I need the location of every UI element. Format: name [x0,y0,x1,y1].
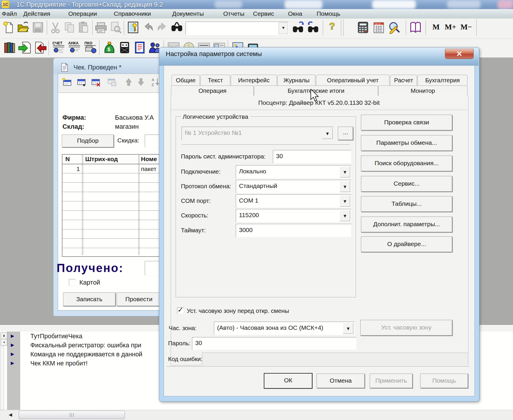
table-row[interactable] [62,220,163,220]
move-down-icon[interactable] [136,77,146,87]
row-copy-icon[interactable] [107,77,117,87]
save-button[interactable]: Записать [63,292,116,306]
table-row[interactable] [62,173,163,173]
combo-dropdown-icon[interactable]: ▼ [340,196,350,207]
pick-button[interactable]: Подбор [62,135,114,147]
save-icon[interactable] [32,21,44,34]
table-row[interactable] [62,238,163,239]
menu-windows[interactable]: Окна [288,10,302,17]
memory-mplus-button[interactable]: М+ [445,23,456,32]
table-row[interactable] [62,201,163,201]
table-row[interactable] [62,210,163,211]
message-line[interactable]: Команда не поддерживается в данной [30,351,142,360]
table-row[interactable] [62,182,163,183]
message-collapse-button[interactable]: ◂ [1,339,7,346]
message-line[interactable]: Фискальный регистратор: ошибка при [30,342,141,351]
about-driver-button[interactable]: О драйвере... [361,236,452,252]
message-vscrollbar[interactable] [0,346,4,410]
menu-file[interactable]: Файл [2,10,17,17]
row-delete-icon[interactable] [91,77,101,87]
speed-combobox[interactable]: 115200 ▼ [236,209,351,222]
menu-documents[interactable]: Документы [172,10,204,17]
document-list-icon[interactable] [133,41,146,54]
cut-icon[interactable] [49,21,62,34]
menu-help[interactable]: Помощь [317,10,340,17]
journals-icon[interactable] [3,41,16,54]
apply-button[interactable]: Применить [370,374,413,388]
cancel-button[interactable]: Отмена [317,374,365,388]
table-row[interactable] [62,248,163,248]
print-icon[interactable] [95,21,107,34]
row-new-icon[interactable] [62,77,72,87]
menu-reports[interactable]: Отчеты [223,10,245,17]
combo-dropdown-icon[interactable]: ▼ [322,128,333,139]
table-row[interactable] [62,192,163,192]
journal-book-icon[interactable] [409,21,422,34]
service-button[interactable]: Сервис... [361,176,452,192]
redo-icon[interactable] [156,21,169,34]
calculator-icon[interactable] [357,21,369,34]
connection-combobox[interactable]: Локально ▼ [236,165,351,179]
tab-operatsiya[interactable]: Операция [171,86,254,96]
device-combobox[interactable]: № 1 Устройство №1 ▼ [182,127,334,140]
timeout-field[interactable]: 3000 [236,224,351,237]
cash-register-icon[interactable] [118,41,131,54]
tab-raschet[interactable]: Расчет [390,75,417,86]
cell-row1-n[interactable]: 1 [76,165,80,172]
tables-button[interactable]: Таблицы... [361,196,452,212]
find-previous-icon[interactable] [307,21,320,34]
help-icon[interactable]: ? [326,20,338,34]
scroll-left-icon[interactable]: ◀ [9,412,12,417]
access-key-icon[interactable] [127,21,139,34]
combo-dropdown-icon[interactable]: ▼ [340,210,350,221]
menu-references[interactable]: Справочники [114,10,151,17]
table-row[interactable] [62,229,163,229]
combo-dropdown-icon[interactable]: ▼ [279,22,288,34]
money-bag-icon[interactable]: $ [103,41,116,54]
menu-operations[interactable]: Операции [68,10,97,17]
incoming-document-icon[interactable] [18,41,32,54]
ok-button[interactable]: ОК [264,373,313,389]
outgoing-document-icon[interactable] [33,41,47,54]
toolbar-search-combobox[interactable]: ▼ [186,22,289,35]
row-add-icon[interactable] [76,77,86,87]
device-more-button[interactable]: ... [338,127,353,140]
paste-icon[interactable] [77,21,90,34]
message-close-button[interactable]: x [1,332,7,339]
tab-tekst[interactable]: Текст [200,75,230,86]
form-icon[interactable]: АНКА [68,41,81,54]
move-up-icon[interactable] [124,77,134,87]
copy-icon[interactable] [63,21,76,34]
dialog-close-button[interactable] [445,49,474,59]
calendar-calculator-icon[interactable]: 31.12 [372,21,385,34]
invoice-icon[interactable]: СЧЕТ [52,41,65,54]
admin-password-field[interactable]: 30 [273,150,351,163]
tab-monitor[interactable]: Монитор [378,86,467,96]
table-lookup-icon[interactable] [388,21,401,34]
memory-m-button[interactable]: М [432,23,440,32]
card-checkbox[interactable] [69,279,76,286]
tab-obshchie[interactable]: Общие [172,75,200,86]
menu-service[interactable]: Сервис [253,10,274,17]
additional-params-button[interactable]: Дополнит. параметры... [361,217,452,232]
tab-interfeys[interactable]: Интерфейс [231,75,277,86]
exchange-params-button[interactable]: Параметры обмена... [361,135,452,151]
help-button[interactable]: Помощь [420,374,468,388]
message-line[interactable]: ТутПробитиеЧека [30,333,82,342]
post-button[interactable]: Провести [117,292,161,306]
tab-zhurnaly[interactable]: Журналы [278,75,315,86]
cash-order-icon[interactable]: ПКО [83,41,97,54]
protocol-combobox[interactable]: Стандартный ▼ [236,180,351,193]
set-timezone-button[interactable]: Уст. часовую зону [360,320,452,336]
timezone-combobox[interactable]: (Авто) - Часовая зона из ОС (МСК+4) ▼ [214,322,355,335]
com-port-combobox[interactable]: COM 1 ▼ [236,194,351,208]
check-connection-button[interactable]: Проверка связи [361,115,452,130]
tab-bukhgalteriya[interactable]: Бухгалтерия [418,75,467,86]
undo-icon[interactable] [142,21,155,34]
search-icon[interactable] [170,21,183,34]
password-field[interactable]: 30 [192,337,357,350]
new-document-icon[interactable] [2,21,15,34]
timezone-checkbox[interactable]: ✓ [177,307,184,314]
menu-actions[interactable]: Действия [23,10,50,17]
find-next-icon[interactable] [292,21,305,34]
